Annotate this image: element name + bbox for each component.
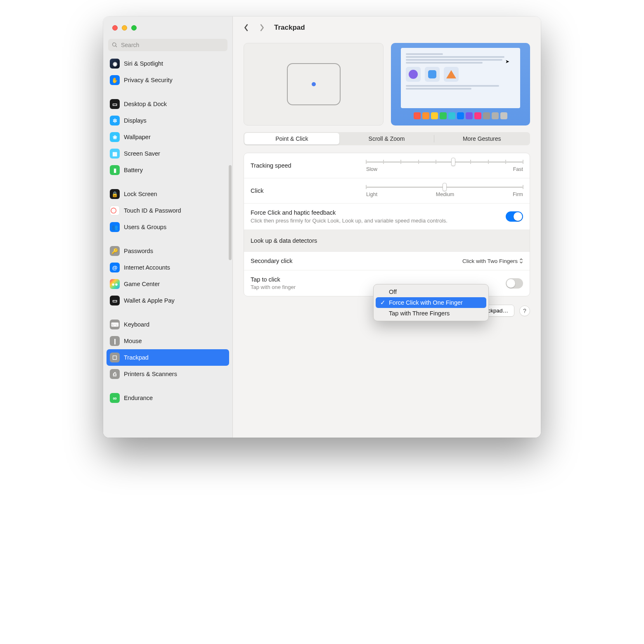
gesture-demo-preview: ➤ (391, 43, 530, 125)
sidebar-icon: ▭ (110, 296, 120, 305)
sidebar-item-label: Game Center (124, 281, 160, 287)
nav-back-button[interactable] (240, 22, 252, 33)
sidebar-item-desktop-dock[interactable]: ▭Desktop & Dock (107, 96, 229, 112)
secondary-click-label: Secondary click (251, 258, 293, 264)
click-label: Click (251, 187, 263, 194)
sidebar-item-displays[interactable]: ✲Displays (107, 112, 229, 129)
sidebar-list[interactable]: ◉Siri & Spotlight✋Privacy & Security▭Des… (103, 55, 232, 438)
tab-scroll-zoom[interactable]: Scroll & Zoom (339, 133, 434, 144)
zoom-window-button[interactable] (131, 25, 137, 31)
search-input[interactable]: Search (108, 39, 227, 51)
force-click-sub: Click then press firmly for Quick Look, … (251, 218, 447, 224)
tap-to-click-toggle[interactable] (506, 278, 523, 289)
sidebar-item-mouse[interactable]: ❙Mouse (107, 333, 229, 349)
window-controls (103, 17, 232, 39)
sidebar-item-label: Mouse (124, 338, 142, 344)
lookup-label: Look up & data detectors (251, 237, 317, 244)
lookup-option[interactable]: Tap with Three Fingers (376, 308, 486, 319)
tap-to-click-label: Tap to click (251, 276, 296, 283)
lookup-option[interactable]: Off (376, 286, 486, 297)
sidebar-item-privacy-security[interactable]: ✋Privacy & Security (107, 72, 229, 88)
sidebar-icon: ⃝ (110, 206, 120, 215)
sidebar-item-wallet-apple-pay[interactable]: ▭Wallet & Apple Pay (107, 292, 229, 309)
sidebar-item-label: Wallpaper (124, 134, 151, 140)
tracking-speed-slider[interactable]: Slow Fast (366, 159, 523, 172)
sidebar-item-label: Internet Accounts (124, 264, 170, 271)
sidebar-item-label: Keyboard (124, 321, 149, 328)
sidebar-item-wallpaper[interactable]: ❀Wallpaper (107, 129, 229, 145)
sidebar-item-game-center[interactable]: ●●Game Center (107, 276, 229, 292)
sidebar-icon: ⎙ (110, 369, 120, 379)
sidebar-scrollbar[interactable] (229, 165, 232, 260)
sidebar-item-keyboard[interactable]: ⌨Keyboard (107, 316, 229, 333)
sidebar-item-trackpad[interactable]: ☐Trackpad (107, 349, 229, 366)
sidebar-item-label: Touch ID & Password (124, 207, 181, 214)
updown-icon (519, 258, 523, 264)
sidebar-icon: ✲ (110, 116, 120, 125)
row-click: Click Light Medium Firm (244, 178, 530, 204)
close-window-button[interactable] (112, 25, 118, 31)
sidebar-item-label: Desktop & Dock (124, 101, 167, 107)
check-icon: ✓ (380, 299, 386, 306)
sidebar-item-internet-accounts[interactable]: @Internet Accounts (107, 259, 229, 276)
sidebar-item-label: Lock Screen (124, 191, 157, 197)
click-slider[interactable]: Light Medium Firm (366, 184, 523, 197)
secondary-click-select[interactable]: Click with Two Fingers (462, 258, 523, 264)
sidebar-item-touch-id-password[interactable]: ⃝Touch ID & Password (107, 202, 229, 219)
sidebar-item-label: Siri & Spotlight (124, 60, 163, 67)
sidebar-item-label: Privacy & Security (124, 77, 173, 83)
sidebar-icon: 👥 (110, 222, 120, 232)
sidebar-item-label: Users & Groups (124, 224, 166, 230)
sidebar-item-label: Wallet & Apple Pay (124, 297, 175, 304)
tab-bar: Point & ClickScroll & ZoomMore Gestures (244, 132, 530, 145)
minimize-window-button[interactable] (122, 25, 127, 31)
sidebar-item-lock-screen[interactable]: 🔒Lock Screen (107, 186, 229, 202)
search-icon (112, 42, 118, 48)
preview-row: ➤ (244, 43, 530, 125)
sidebar-icon: ❙ (110, 336, 120, 346)
sidebar-item-label: Screen Saver (124, 150, 160, 157)
sidebar-icon: ●● (110, 279, 120, 289)
row-force-click: Force Click and haptic feedback Click th… (244, 204, 530, 230)
sidebar-icon: ∞ (110, 393, 120, 403)
row-lookup: Look up & data detectors (244, 230, 530, 252)
sidebar-icon: ⌨ (110, 320, 120, 329)
nav-forward-button[interactable] (256, 22, 268, 33)
settings-panel: Tracking speed Slow Fast (244, 153, 530, 296)
sidebar-icon: 🔒 (110, 189, 120, 199)
row-tracking-speed: Tracking speed Slow Fast (244, 153, 530, 178)
trackpad-preview (244, 43, 384, 125)
sidebar-item-screen-saver[interactable]: ▦Screen Saver (107, 145, 229, 162)
lookup-option[interactable]: ✓Force Click with One Finger (376, 297, 486, 308)
sidebar-item-siri-spotlight[interactable]: ◉Siri & Spotlight (107, 55, 229, 72)
tab-more-gestures[interactable]: More Gestures (434, 133, 529, 144)
lookup-dropdown[interactable]: Off✓Force Click with One FingerTap with … (373, 284, 489, 321)
sidebar-icon: ▦ (110, 149, 120, 159)
sidebar-item-label: Trackpad (124, 354, 149, 361)
tracking-speed-label: Tracking speed (251, 162, 291, 169)
content-header: Trackpad (233, 17, 541, 39)
sidebar-icon: ☐ (110, 353, 120, 362)
sidebar-item-passwords[interactable]: 🔑Passwords (107, 243, 229, 259)
sidebar-item-users-groups[interactable]: 👥Users & Groups (107, 219, 229, 235)
cursor-icon: ➤ (505, 59, 509, 64)
sidebar-item-label: Printers & Scanners (124, 371, 177, 377)
force-click-label: Force Click and haptic feedback (251, 209, 447, 216)
sidebar-icon: @ (110, 263, 120, 272)
page-title: Trackpad (274, 24, 305, 32)
sidebar-icon: ❀ (110, 132, 120, 142)
sidebar-item-battery[interactable]: ▮Battery (107, 162, 229, 178)
settings-window: Search ◉Siri & Spotlight✋Privacy & Secur… (103, 17, 541, 438)
sidebar-item-label: Battery (124, 167, 143, 173)
sidebar-item-endurance[interactable]: ∞Endurance (107, 390, 229, 406)
sidebar-icon: ✋ (110, 75, 120, 85)
tab-point-click[interactable]: Point & Click (244, 133, 339, 144)
force-click-toggle[interactable] (506, 211, 523, 222)
sidebar-item-label: Endurance (124, 395, 153, 401)
sidebar-item-printers-scanners[interactable]: ⎙Printers & Scanners (107, 366, 229, 382)
sidebar-item-label: Displays (124, 117, 147, 124)
sidebar-item-label: Passwords (124, 248, 153, 254)
trackpad-illustration (287, 63, 341, 105)
help-button[interactable]: ? (519, 305, 530, 316)
row-secondary-click: Secondary click Click with Two Fingers (244, 252, 530, 270)
